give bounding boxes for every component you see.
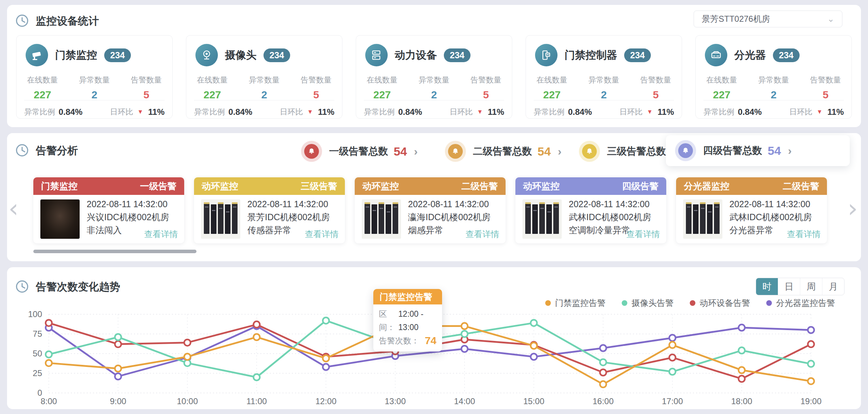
divider <box>364 100 504 100</box>
alarm-card-category: 分光器监控 <box>684 180 729 192</box>
legend-dot-icon <box>545 300 551 306</box>
dashboard-page: 监控设备统计 景芳STT0276机房 ⌄ 门禁监控 234 在线数量227 异常… <box>0 0 868 414</box>
alarm-summary-level4[interactable]: 四级告警总数 54 › <box>666 135 850 166</box>
device-card-title: 门禁监控 <box>55 48 97 63</box>
chevron-right-icon: › <box>788 144 792 157</box>
alarm-summary-level2[interactable]: 二级告警总数 54 › <box>445 141 561 162</box>
dod-label: 日环比 <box>449 107 473 117</box>
svg-text:8:00: 8:00 <box>41 396 57 406</box>
stat-label-online: 在线数量 <box>356 75 408 85</box>
down-arrow-icon: ▼ <box>307 109 313 116</box>
dod-label: 日环比 <box>110 107 133 117</box>
view-details-link[interactable]: 查看详情 <box>466 229 499 240</box>
carousel-scrollbar-thumb[interactable] <box>33 250 196 253</box>
stat-value-abnormal: 2 <box>578 89 630 101</box>
device-total-badge: 234 <box>104 48 131 62</box>
stat-value-online: 227 <box>696 89 748 101</box>
svg-text:16:00: 16:00 <box>593 396 614 406</box>
dod-value: 11% <box>488 107 504 117</box>
stat-label-online: 在线数量 <box>16 75 68 85</box>
range-button-时[interactable]: 时 <box>756 278 778 295</box>
stat-value-online: 227 <box>186 89 238 101</box>
alarm-time: 2022-08-11 14:32:00 <box>247 198 340 211</box>
svg-text:50: 50 <box>33 349 42 358</box>
svg-text:12:00: 12:00 <box>315 396 336 406</box>
stat-value-abnormal: 2 <box>748 89 800 101</box>
tooltip-count-label: 告警次数： <box>379 334 419 347</box>
down-arrow-icon: ▼ <box>477 109 483 116</box>
device-card-power-equipment: 动力设备 234 在线数量227 异常数量2 告警数量5 异常比例 0.84% … <box>356 35 512 119</box>
view-details-link[interactable]: 查看详情 <box>787 229 821 240</box>
range-button-日[interactable]: 日 <box>778 278 800 295</box>
svg-text:17:00: 17:00 <box>662 396 683 406</box>
alarm-location: 武林IDC机楼002机房 <box>569 211 661 224</box>
device-card-access-controller: 门禁控制器 234 在线数量227 异常数量2 告警数量5 异常比例 0.84%… <box>526 35 682 119</box>
stat-label-online: 在线数量 <box>526 75 578 85</box>
alarm-location: 景芳IDC机楼002机房 <box>247 211 340 224</box>
alarm-card: 门禁监控 一级告警 2022-08-11 14:32:00 兴议IDC机楼002… <box>33 177 184 243</box>
stat-value-abnormal: 2 <box>68 89 120 101</box>
range-button-月[interactable]: 月 <box>822 278 844 295</box>
room-selector-dropdown[interactable]: 景芳STT0276机房 ⌄ <box>694 11 842 27</box>
clock-icon <box>15 14 29 27</box>
alarm-card-level: 四级告警 <box>622 180 659 192</box>
alarm-summary-label: 二级告警总数 <box>473 145 532 158</box>
svg-text:11:00: 11:00 <box>246 396 267 406</box>
svg-text:9:00: 9:00 <box>110 396 126 406</box>
dod-label: 日环比 <box>619 107 642 117</box>
device-total-badge: 234 <box>773 48 800 62</box>
dod-label: 日环比 <box>789 107 812 117</box>
device-card-title: 摄像头 <box>225 48 256 63</box>
tooltip-count-value: 74 <box>425 334 436 347</box>
svg-text:13:00: 13:00 <box>385 396 406 406</box>
alarm-card: 动环监控 三级告警 2022-08-11 14:32:00 景芳IDC机楼002… <box>194 177 345 243</box>
alarm-time: 2022-08-11 14:32:00 <box>729 198 822 211</box>
alarm-card-level: 二级告警 <box>461 180 498 192</box>
device-card-cameras: 摄像头 234 在线数量227 异常数量2 告警数量5 异常比例 0.84% 日… <box>186 35 342 119</box>
tooltip-range-label: 区间： <box>379 307 398 334</box>
chevron-down-icon: ⌄ <box>827 14 834 24</box>
view-details-link[interactable]: 查看详情 <box>305 229 339 240</box>
legend-dot-icon <box>622 300 627 306</box>
access-controller-icon <box>535 44 557 66</box>
ratio-label: 异常比例 <box>194 107 225 117</box>
view-details-link[interactable]: 查看详情 <box>626 229 660 240</box>
device-total-badge: 234 <box>263 48 290 62</box>
alarm-summary-label: 四级告警总数 <box>703 144 762 157</box>
stat-value-alarms: 5 <box>290 89 342 101</box>
alarm-time: 2022-08-11 14:32:00 <box>87 198 179 211</box>
down-arrow-icon: ▼ <box>647 109 653 116</box>
view-details-link[interactable]: 查看详情 <box>144 229 178 240</box>
carousel-next-button[interactable]: › <box>848 196 858 221</box>
alarm-level-ring <box>675 140 696 161</box>
dod-value: 11% <box>318 107 334 117</box>
device-card-optical-splitter: 分光器 234 在线数量227 异常数量2 告警数量5 异常比例 0.84% 日… <box>695 35 852 119</box>
alarm-summary-label: 三级告警总数 <box>607 145 666 158</box>
device-card-title: 动力设备 <box>395 48 437 63</box>
alarm-summary-level1[interactable]: 一级告警总数 54 › <box>301 141 418 162</box>
dod-value: 11% <box>148 107 165 117</box>
alarm-snapshot-person <box>40 199 80 239</box>
stat-value-online: 227 <box>356 89 408 101</box>
svg-text:0: 0 <box>38 388 42 397</box>
alarm-bell-icon <box>304 144 319 159</box>
alarm-level-ring <box>445 141 466 162</box>
device-cards-row: 门禁监控 234 在线数量227 异常数量2 告警数量5 异常比例 0.84% … <box>16 35 852 119</box>
range-button-周[interactable]: 周 <box>800 278 822 295</box>
alarm-trend-panel: 告警次数变化趋势 时日周月 门禁监控告警摄像头告警动环设备告警分光器监控告警 8… <box>7 267 861 409</box>
alarm-card-category: 动环监控 <box>362 180 399 192</box>
stat-label-abnormal: 异常数量 <box>748 75 800 85</box>
ratio-value: 0.84% <box>59 107 82 117</box>
stat-label-abnormal: 异常数量 <box>408 75 460 85</box>
ratio-value: 0.84% <box>398 107 422 117</box>
alarm-snapshot-racks <box>362 199 401 239</box>
alarm-card-category: 门禁监控 <box>41 180 78 192</box>
stat-label-online: 在线数量 <box>696 75 748 85</box>
dod-value: 11% <box>827 107 844 117</box>
divider <box>194 100 334 100</box>
alarm-snapshot-racks <box>201 199 240 239</box>
device-total-badge: 234 <box>624 48 651 62</box>
legend-dot-icon <box>766 300 772 306</box>
svg-text:100: 100 <box>28 309 42 319</box>
carousel-prev-button[interactable]: ‹ <box>8 196 19 221</box>
